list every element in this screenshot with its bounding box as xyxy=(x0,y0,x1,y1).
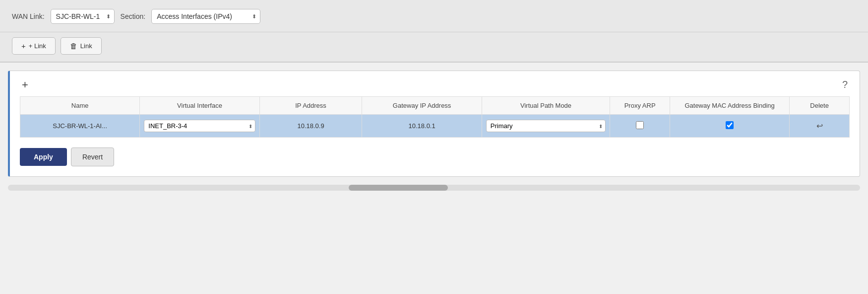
col-header-virtual-path-mode: Virtual Path Mode xyxy=(482,97,610,115)
trash-icon: 🗑 xyxy=(70,42,77,50)
cell-virtual-path-mode[interactable]: Primary ⬍ xyxy=(482,115,610,138)
vpm-select-wrapper: Primary ⬍ xyxy=(486,120,606,132)
col-header-virtual-interface: Virtual Interface xyxy=(140,97,259,115)
add-link-button[interactable]: + + Link xyxy=(12,37,56,55)
panel-help-button[interactable]: ? xyxy=(840,79,850,90)
revert-button[interactable]: Revert xyxy=(71,147,114,166)
wan-link-select-wrapper: SJC-BR-WL-1 ⬍ xyxy=(51,9,115,24)
cell-proxy-arp[interactable] xyxy=(610,115,670,138)
col-header-delete: Delete xyxy=(790,97,850,115)
revert-row-icon[interactable]: ↩ xyxy=(816,122,823,130)
vpm-select[interactable]: Primary xyxy=(486,120,606,132)
col-header-gw-mac-binding: Gateway MAC Address Binding xyxy=(670,97,789,115)
top-bar: WAN Link: SJC-BR-WL-1 ⬍ Section: Access … xyxy=(0,0,868,32)
wan-link-label: WAN Link: xyxy=(12,12,45,20)
panel-add-button[interactable]: + xyxy=(20,79,30,90)
cell-gateway-ip: 10.18.0.1 xyxy=(362,115,482,138)
apply-button[interactable]: Apply xyxy=(20,148,67,166)
row-name-value: SJC-BR-WL-1-AI... xyxy=(53,122,107,130)
delete-link-label: Link xyxy=(80,42,92,50)
table-header-row: Name Virtual Interface IP Address Gatewa… xyxy=(20,97,850,115)
wan-link-select[interactable]: SJC-BR-WL-1 xyxy=(51,9,115,24)
vif-select-wrapper: INET_BR-3-4 ⬍ xyxy=(144,120,255,132)
bottom-buttons: Apply Revert xyxy=(20,140,850,166)
vif-select[interactable]: INET_BR-3-4 xyxy=(144,120,255,132)
table-row: SJC-BR-WL-1-AI... INET_BR-3-4 ⬍ 10.18.0.… xyxy=(20,115,850,138)
section-select-wrapper: Access Interfaces (IPv4) ⬍ xyxy=(151,9,260,24)
section-label: Section: xyxy=(121,12,146,20)
plus-icon: + xyxy=(21,42,26,50)
interfaces-table: Name Virtual Interface IP Address Gatewa… xyxy=(20,96,850,138)
scrollbar-thumb[interactable] xyxy=(349,185,448,191)
section-select[interactable]: Access Interfaces (IPv4) xyxy=(151,9,260,24)
col-header-gateway-ip: Gateway IP Address xyxy=(362,97,482,115)
help-icon: ? xyxy=(842,79,848,90)
cell-gw-mac-binding[interactable] xyxy=(670,115,789,138)
ip-address-value: 10.18.0.9 xyxy=(297,122,324,130)
gateway-ip-value: 10.18.0.1 xyxy=(409,122,435,130)
cell-ip-address: 10.18.0.9 xyxy=(259,115,362,138)
gw-mac-binding-checkbox[interactable] xyxy=(726,121,734,129)
panel-plus-icon: + xyxy=(22,78,28,91)
add-link-label: + Link xyxy=(29,42,46,50)
delete-link-button[interactable]: 🗑 Link xyxy=(61,37,102,55)
col-header-name: Name xyxy=(20,97,140,115)
cell-delete[interactable]: ↩ xyxy=(790,115,850,138)
cell-name: SJC-BR-WL-1-AI... xyxy=(20,115,140,138)
col-header-proxy-arp: Proxy ARP xyxy=(610,97,670,115)
col-header-ip-address: IP Address xyxy=(259,97,362,115)
action-bar: + + Link 🗑 Link xyxy=(0,32,868,63)
scrollbar-track[interactable] xyxy=(8,185,860,191)
panel-toolbar: + ? xyxy=(20,79,850,90)
cell-virtual-interface[interactable]: INET_BR-3-4 ⬍ xyxy=(140,115,259,138)
main-panel: + ? Name Virtual Interface IP Address Ga… xyxy=(8,71,860,177)
proxy-arp-checkbox[interactable] xyxy=(636,121,644,129)
